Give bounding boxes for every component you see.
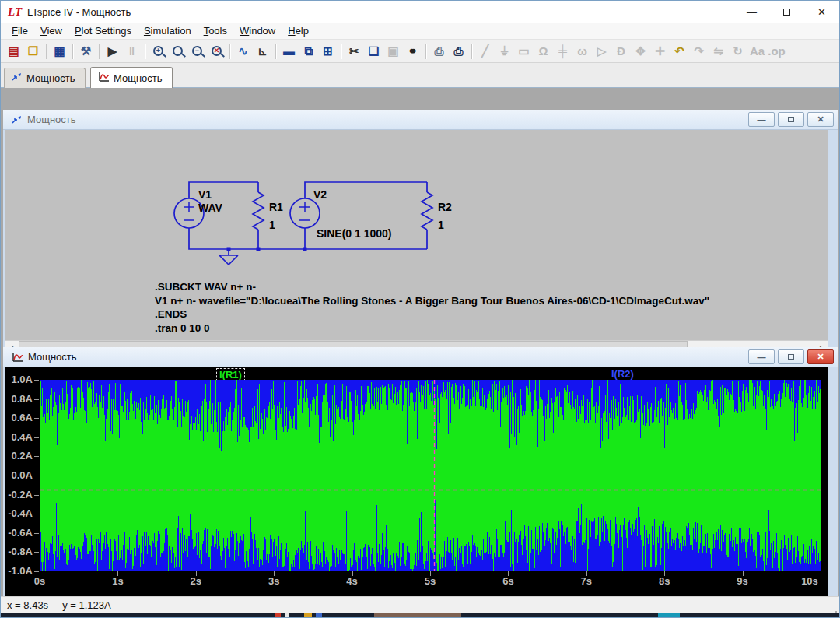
- schematic-minimize-button[interactable]: —: [748, 112, 775, 127]
- zoom-back-icon[interactable]: [168, 42, 187, 61]
- waveform-plot-area[interactable]: I(R1) I(R2) 1.0A0.8A0.6A0.4A0.2A0.0A-0.2…: [5, 367, 828, 592]
- print-icon[interactable]: ⎙: [449, 42, 468, 61]
- place-resistor-icon: Ω: [534, 42, 553, 61]
- new-schematic-icon[interactable]: ▤: [4, 42, 23, 61]
- waveform-restore-button[interactable]: [778, 349, 804, 364]
- y-axis-tick-label: 0.2A: [5, 450, 33, 462]
- draw-wire-icon: ╱: [475, 42, 495, 61]
- mirror-icon: ⇋: [709, 42, 728, 61]
- toolbar-separator: [425, 44, 426, 59]
- tab-waveform[interactable]: Мощность: [90, 67, 173, 88]
- resize-grip[interactable]: [835, 609, 837, 611]
- app-titlebar: LT LTspice IV - Мощность — ✕: [1, 1, 839, 23]
- zoom-full-extents-icon[interactable]: ✕: [207, 42, 226, 61]
- x-axis-tick-label: 1s: [102, 575, 133, 587]
- y-axis-tick-label: 0.4A: [5, 431, 33, 444]
- find-icon[interactable]: ⚭: [403, 42, 422, 61]
- app-title: LTspice IV - Мощность: [27, 6, 131, 18]
- spice-directive-icon: .op: [767, 42, 786, 61]
- cascade-windows-icon[interactable]: ⧉: [299, 42, 318, 61]
- y-axis-tick: [34, 399, 39, 400]
- tab-schematic[interactable]: Мощность: [4, 68, 86, 89]
- toolbar-separator: [471, 44, 472, 59]
- y-axis-tick-label: -0.6A: [5, 527, 33, 539]
- control-panel-hammer-icon[interactable]: ⚒: [76, 42, 96, 61]
- y-axis: 1.0A0.8A0.6A0.4A0.2A0.0A-0.2A-0.4A-0.6A-…: [5, 367, 40, 571]
- place-inductor-icon: ω: [572, 42, 592, 61]
- ltspice-main-window: LT LTspice IV - Мощность — ✕ FileViewPlo…: [0, 0, 840, 618]
- undo-icon[interactable]: ↶: [670, 42, 689, 61]
- tab-label: Мощность: [26, 72, 75, 84]
- app-maximize-button[interactable]: [769, 1, 804, 23]
- plot-axis-settings-icon[interactable]: ⊾: [253, 42, 272, 61]
- tile-horizontally-icon[interactable]: ▬: [279, 42, 299, 61]
- menu-plot-settings[interactable]: Plot Settings: [68, 23, 138, 38]
- place-text-icon: Aa: [747, 42, 767, 61]
- zoom-in-icon[interactable]: +: [149, 42, 168, 61]
- schematic-drawing: V1 WAV R1 1 V2 SINE(0 1 1000) R2 1 .SUBC…: [5, 130, 828, 340]
- taskbar-fleck: [374, 613, 461, 618]
- ltspice-logo-icon: LT: [8, 5, 22, 19]
- waveform-close-button[interactable]: ✕: [807, 349, 834, 364]
- svg-text:V1 n+ n- wavefile="D:\locuea\T: V1 n+ n- wavefile="D:\locuea\The Rolling…: [155, 295, 709, 307]
- schematic-window-title: Мощность: [27, 114, 76, 125]
- app-close-button[interactable]: ✕: [804, 1, 839, 23]
- toolbar-separator: [275, 44, 276, 59]
- menu-bar: FileViewPlot SettingsSimulationToolsWind…: [1, 23, 839, 40]
- place-component-icon: Ð: [611, 42, 631, 61]
- waveform-traces-canvas[interactable]: [40, 380, 821, 571]
- cut-icon[interactable]: ✂: [345, 42, 364, 61]
- halt-simulation-icon: ‖: [122, 42, 142, 61]
- place-diode-icon: ▷: [592, 42, 611, 61]
- taskbar-fleck: [275, 613, 281, 618]
- app-minimize-button[interactable]: —: [734, 1, 769, 23]
- menu-help[interactable]: Help: [282, 23, 315, 38]
- r2-resistor-symbol: [422, 192, 432, 230]
- svg-text:.SUBCKT WAV n+ n-: .SUBCKT WAV n+ n-: [155, 281, 256, 293]
- schematic-close-button[interactable]: ✕: [807, 112, 834, 127]
- y-axis-tick: [34, 418, 39, 419]
- r2-name: R2: [438, 201, 452, 213]
- y-axis-tick-label: -0.2A: [5, 489, 33, 501]
- print-preview-icon[interactable]: ⎙: [429, 42, 449, 61]
- spice-directive-text: .SUBCKT WAV n+ n- V1 n+ n- wavefile="D:\…: [155, 281, 709, 334]
- x-axis-tick-label: 6s: [492, 575, 523, 587]
- x-axis-tick-label: 10s: [794, 575, 825, 587]
- trace-label-IR2[interactable]: I(R2): [609, 368, 636, 380]
- x-axis-tick-label: 8s: [649, 575, 680, 587]
- tile-vertically-icon[interactable]: ⊞: [318, 42, 338, 61]
- place-ground-icon: ⏚: [495, 42, 514, 61]
- svg-text:.ENDS: .ENDS: [155, 308, 187, 320]
- menu-file[interactable]: File: [5, 23, 34, 38]
- ground-symbol: [219, 249, 238, 265]
- run-simulation-icon[interactable]: ▶: [103, 42, 122, 61]
- save-icon[interactable]: ▦: [50, 42, 69, 61]
- menu-window[interactable]: Window: [233, 23, 282, 38]
- schematic-canvas[interactable]: V1 WAV R1 1 V2 SINE(0 1 1000) R2 1 .SUBC…: [5, 130, 828, 340]
- y-axis-tick: [34, 380, 39, 381]
- y-axis-tick-label: 0.6A: [5, 412, 33, 424]
- place-net-label-icon: ▭: [514, 42, 534, 61]
- svg-text:.tran 0 10 0: .tran 0 10 0: [155, 322, 210, 334]
- x-axis-tick-label: 0s: [24, 575, 55, 587]
- menu-simulation[interactable]: Simulation: [138, 23, 198, 38]
- zoom-out-icon[interactable]: −: [187, 42, 207, 61]
- waveform-minimize-button[interactable]: —: [748, 349, 775, 364]
- rotate-icon: ↻: [728, 42, 747, 61]
- move-icon: ✥: [631, 42, 650, 61]
- schematic-restore-button[interactable]: [778, 112, 804, 127]
- v2-value: SINE(0 1 1000): [317, 227, 392, 240]
- r1-resistor-symbol: [253, 192, 264, 230]
- waveform-icon: [97, 71, 110, 85]
- toolbar: ▤❒▦⚒▶‖+−✕∿⊾▬⧉⊞✂❏▣⚭⎙⎙╱⏚▭Ω╪ω▷Ð✥✛↶↷⇋↻Aa.op: [1, 40, 839, 63]
- toolbar-separator: [341, 44, 341, 59]
- status-bar: x = 8.43s y = 1.123A: [1, 596, 839, 613]
- copy-icon[interactable]: ❏: [364, 42, 383, 61]
- autorange-y-axis-icon[interactable]: ∿: [233, 42, 253, 61]
- open-file-icon[interactable]: ❒: [23, 42, 43, 61]
- menu-view[interactable]: View: [34, 23, 68, 38]
- restore-icon: [788, 117, 794, 122]
- menu-tools[interactable]: Tools: [198, 23, 233, 38]
- toolbar-separator: [145, 44, 145, 59]
- maximize-icon: [783, 9, 790, 16]
